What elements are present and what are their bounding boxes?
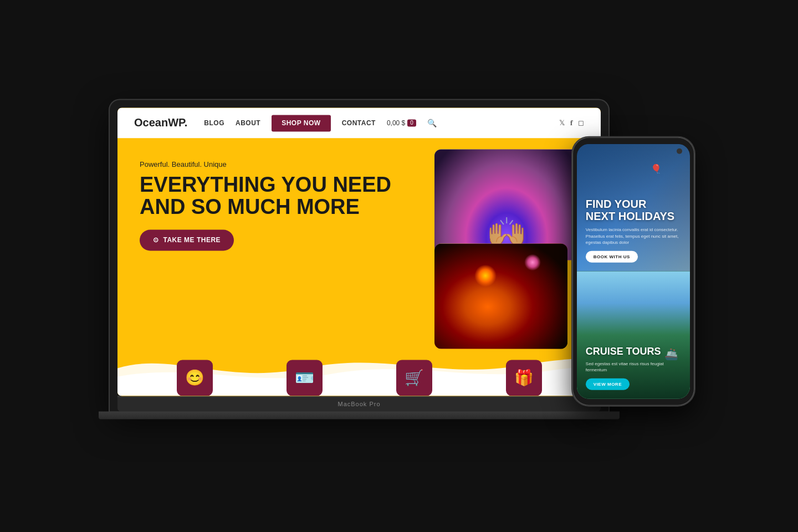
macbook-label: MacBook Pro [337, 401, 380, 407]
phone-cruise-description: Sed egestas est vitae risus risus feugia… [586, 360, 681, 372]
fireworks-image [434, 243, 567, 349]
macbook-chin: MacBook Pro [117, 396, 601, 411]
nav-blog[interactable]: BLOG [204, 119, 224, 127]
card-icon-box[interactable]: 🪪 [287, 360, 323, 396]
phone-camera [677, 149, 682, 154]
navbar: OceanWP. BLOG ABOUT SHOP NOW CONTACT 0,0… [117, 108, 601, 138]
hero-section: Powerful. Beautiful. Unique EVERYTHING Y… [117, 138, 601, 396]
phone-screen: 🎈 FIND YOUR NEXT HOLIDAYS Vestibulum lac… [577, 144, 690, 399]
holiday-title-line1: FIND YOUR [586, 198, 681, 210]
cart-badge: 0 [407, 119, 416, 126]
circle-arrow-icon: ⊙ [153, 236, 159, 244]
macbook-device: OceanWP. BLOG ABOUT SHOP NOW CONTACT 0,0… [110, 100, 608, 419]
nav-contact[interactable]: CONTACT [342, 119, 376, 127]
social-icons: 𝕏 𝐟 ◻ [559, 119, 584, 127]
macbook-screen-inner: OceanWP. BLOG ABOUT SHOP NOW CONTACT 0,0… [117, 108, 601, 396]
hero-cta-button[interactable]: ⊙ TAKE ME THERE [140, 229, 234, 250]
phone-outer: 🎈 FIND YOUR NEXT HOLIDAYS Vestibulum lac… [572, 137, 694, 406]
hero-image-bottom [434, 243, 567, 349]
bottom-icons-row: 😊 🪪 🛒 🎁 [117, 360, 601, 396]
emoji-icon-box[interactable]: 😊 [177, 360, 213, 396]
cart-icon: 🛒 [405, 369, 424, 387]
nav-about[interactable]: ABOUT [236, 119, 260, 127]
view-more-button[interactable]: VIEW MORE [586, 378, 630, 390]
facebook-icon[interactable]: 𝐟 [570, 119, 572, 127]
instagram-icon[interactable]: ◻ [578, 119, 584, 127]
cart-price: 0,00 $ [387, 119, 405, 127]
search-icon[interactable]: 🔍 [427, 119, 437, 127]
scene: OceanWP. BLOG ABOUT SHOP NOW CONTACT 0,0… [0, 0, 798, 532]
phone-cruise-section: 🚢 CRUISE TOURS Sed egestas est vitae ris… [577, 272, 690, 399]
hero-image-collage [412, 149, 579, 349]
smartphone-device: 🎈 FIND YOUR NEXT HOLIDAYS Vestibulum lac… [572, 137, 694, 406]
gift-icon: 🎁 [514, 369, 534, 387]
site-logo[interactable]: OceanWP. [134, 116, 187, 129]
macbook-base [99, 411, 620, 419]
card-icon: 🪪 [295, 369, 314, 387]
emoji-icon: 😊 [185, 369, 204, 387]
macbook-screen-outer: OceanWP. BLOG ABOUT SHOP NOW CONTACT 0,0… [110, 100, 608, 411]
phone-holiday-description: Vestibulum lacinia convallis erat id con… [586, 227, 681, 245]
nav-cart[interactable]: 0,00 $ 0 [387, 119, 416, 127]
gift-icon-box[interactable]: 🎁 [506, 360, 542, 396]
twitter-icon[interactable]: 𝕏 [559, 119, 565, 127]
cruise-ship-icon: 🚢 [664, 347, 678, 361]
nav-shop-now-button[interactable]: SHOP NOW [272, 115, 330, 131]
holiday-title-line2: NEXT HOLIDAYS [586, 210, 681, 222]
phone-holidays-section: 🎈 FIND YOUR NEXT HOLIDAYS Vestibulum lac… [577, 144, 690, 272]
book-with-us-button[interactable]: BOOK WITH US [586, 251, 638, 263]
phone-holiday-title: FIND YOUR NEXT HOLIDAYS [586, 198, 681, 222]
cart-icon-box[interactable]: 🛒 [396, 360, 432, 396]
hero-cta-label: TAKE ME THERE [163, 236, 221, 244]
balloon-icon: 🎈 [651, 163, 662, 173]
